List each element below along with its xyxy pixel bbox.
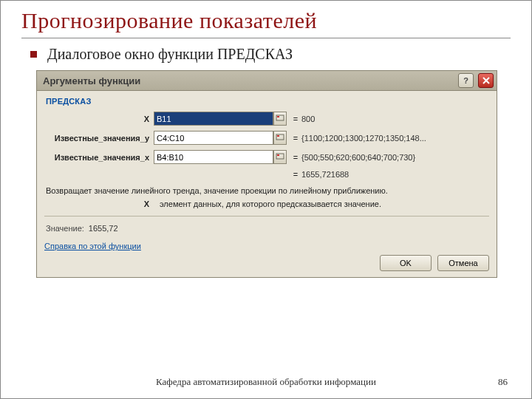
ref-picker-known-y[interactable] bbox=[273, 131, 287, 145]
arg-label-known-x: Известные_значения_x bbox=[44, 153, 154, 162]
arg-result-known-y: {1100;1200;1300;1270;1350;148... bbox=[301, 134, 489, 143]
equals-sign: = bbox=[290, 153, 301, 162]
collapse-icon bbox=[276, 153, 284, 162]
value-row: Значение: 1655,72 bbox=[44, 221, 489, 234]
dialog-buttons: OK Отмена bbox=[44, 255, 489, 271]
svg-rect-5 bbox=[277, 154, 279, 156]
arg-result-x: 800 bbox=[301, 115, 489, 123]
value-value: 1655,72 bbox=[89, 224, 118, 233]
slide-title: Прогнозирование показателей bbox=[21, 8, 511, 38]
close-button[interactable] bbox=[478, 73, 494, 88]
svg-rect-3 bbox=[277, 135, 279, 137]
slide-footer: Кафедра автоматизированной обработки инф… bbox=[1, 376, 531, 388]
footer-text: Кафедра автоматизированной обработки инф… bbox=[156, 376, 376, 388]
help-button[interactable]: ? bbox=[458, 73, 474, 88]
help-link[interactable]: Справка по этой функции bbox=[44, 242, 141, 250]
arg-hint-label: X bbox=[46, 200, 154, 208]
arg-input-x[interactable] bbox=[154, 112, 273, 126]
subtitle-text: Диалоговое окно функции ПРЕДСКАЗ bbox=[47, 46, 293, 63]
function-arguments-dialog: Аргументы функции ? ПРЕДСКАЗ X = 800 Изв… bbox=[36, 70, 497, 278]
computed-result: 1655,721688 bbox=[301, 170, 489, 179]
dialog-title: Аргументы функции bbox=[43, 75, 454, 86]
page-number: 86 bbox=[498, 376, 508, 388]
equals-sign: = bbox=[290, 134, 301, 143]
arg-result-known-x: {500;550;620;600;640;700;730} bbox=[301, 153, 489, 162]
equals-sign: = bbox=[290, 115, 301, 123]
cancel-button[interactable]: Отмена bbox=[437, 255, 489, 271]
equals-sign: = bbox=[290, 170, 301, 179]
arg-label-known-y: Известные_значения_y bbox=[44, 134, 154, 143]
collapse-icon bbox=[276, 115, 284, 123]
arg-hint-text: элемент данных, для которого предсказыва… bbox=[160, 200, 488, 208]
ref-picker-x[interactable] bbox=[273, 112, 287, 126]
value-label: Значение: bbox=[46, 224, 84, 233]
dialog-titlebar[interactable]: Аргументы функции ? bbox=[37, 71, 497, 91]
ok-button[interactable]: OK bbox=[380, 255, 432, 271]
function-description: Возвращает значение линейного тренда, зн… bbox=[46, 186, 488, 195]
function-name: ПРЕДСКАЗ bbox=[44, 95, 489, 112]
close-icon bbox=[482, 77, 490, 84]
collapse-icon bbox=[276, 134, 284, 143]
arg-input-known-x[interactable] bbox=[154, 150, 273, 164]
ref-picker-known-x[interactable] bbox=[273, 150, 287, 164]
arg-label-x: X bbox=[44, 115, 154, 123]
subtitle-row: Диалоговое окно функции ПРЕДСКАЗ bbox=[30, 46, 511, 63]
divider bbox=[44, 216, 489, 216]
arg-input-known-y[interactable] bbox=[154, 131, 273, 145]
arg-hint-row: X элемент данных, для которого предсказы… bbox=[46, 200, 488, 208]
svg-rect-1 bbox=[277, 116, 279, 117]
bullet-icon bbox=[30, 51, 37, 58]
computed-result-row: = 1655,721688 bbox=[44, 170, 489, 179]
arguments-grid: X = 800 Известные_значения_y = {1100;120… bbox=[44, 112, 489, 164]
dialog-body: ПРЕДСКАЗ X = 800 Известные_значения_y = … bbox=[37, 91, 497, 277]
